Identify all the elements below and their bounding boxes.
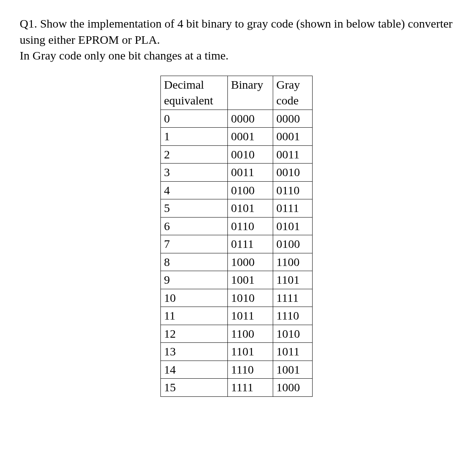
cell-decimal: 7: [161, 235, 228, 253]
cell-decimal: 15: [161, 379, 228, 397]
cell-binary: 1010: [228, 289, 273, 307]
table-row: 13 1101 1011: [161, 343, 313, 361]
cell-decimal: 1: [161, 128, 228, 146]
cell-gray: 0010: [273, 164, 313, 182]
cell-gray: 0110: [273, 181, 313, 199]
header-binary: Binary: [228, 76, 273, 110]
header-gray: Gray code: [273, 76, 313, 110]
table-body: 0 0000 0000 1 0001 0001 2 0010 0011 3 00…: [161, 110, 313, 396]
cell-decimal: 13: [161, 343, 228, 361]
cell-binary: 1111: [228, 379, 273, 397]
table-row: 3 0011 0010: [161, 164, 313, 182]
cell-decimal: 2: [161, 145, 228, 164]
table-row: 2 0010 0011: [161, 145, 313, 164]
table-row: 0 0000 0000: [161, 110, 313, 128]
cell-binary: 0001: [228, 128, 273, 146]
cell-decimal: 4: [161, 181, 228, 199]
table-header-row: Decimal equivalent Binary Gray code: [161, 76, 313, 110]
cell-binary: 1011: [228, 307, 273, 325]
cell-binary: 0100: [228, 181, 273, 199]
cell-gray: 0111: [273, 199, 313, 218]
table-row: 1 0001 0001: [161, 128, 313, 146]
cell-decimal: 0: [161, 110, 228, 128]
table-row: 9 1001 1101: [161, 271, 313, 289]
cell-decimal: 11: [161, 307, 228, 325]
cell-binary: 0000: [228, 110, 273, 128]
cell-decimal: 9: [161, 271, 228, 289]
header-decimal: Decimal equivalent: [161, 76, 228, 110]
cell-binary: 1110: [228, 361, 273, 379]
cell-gray: 0000: [273, 110, 313, 128]
cell-gray: 1001: [273, 361, 313, 379]
table-row: 6 0110 0101: [161, 217, 313, 235]
conversion-table: Decimal equivalent Binary Gray code 0 00…: [160, 76, 313, 397]
cell-binary: 0111: [228, 235, 273, 253]
question-line-1: Q1. Show the implementation of 4 bit bin…: [20, 17, 453, 46]
table-row: 10 1010 1111: [161, 289, 313, 307]
cell-binary: 0011: [228, 164, 273, 182]
cell-binary: 0101: [228, 199, 273, 218]
cell-gray: 1000: [273, 379, 313, 397]
table-row: 4 0100 0110: [161, 181, 313, 199]
cell-binary: 1000: [228, 253, 273, 271]
cell-decimal: 3: [161, 164, 228, 182]
cell-decimal: 14: [161, 361, 228, 379]
question-text: Q1. Show the implementation of 4 bit bin…: [20, 16, 453, 64]
table-row: 14 1110 1001: [161, 361, 313, 379]
cell-decimal: 6: [161, 217, 228, 235]
cell-binary: 1001: [228, 271, 273, 289]
cell-decimal: 5: [161, 199, 228, 218]
cell-binary: 1101: [228, 343, 273, 361]
table-row: 12 1100 1010: [161, 325, 313, 343]
table-row: 8 1000 1100: [161, 253, 313, 271]
cell-binary: 1100: [228, 325, 273, 343]
cell-gray: 1100: [273, 253, 313, 271]
cell-gray: 0101: [273, 217, 313, 235]
cell-gray: 1110: [273, 307, 313, 325]
table-row: 5 0101 0111: [161, 199, 313, 218]
cell-gray: 0100: [273, 235, 313, 253]
table-wrapper: Decimal equivalent Binary Gray code 0 00…: [20, 76, 453, 397]
table-row: 11 1011 1110: [161, 307, 313, 325]
cell-decimal: 8: [161, 253, 228, 271]
cell-binary: 0010: [228, 145, 273, 164]
question-line-2: In Gray code only one bit changes at a t…: [20, 49, 229, 62]
cell-decimal: 12: [161, 325, 228, 343]
cell-gray: 0011: [273, 145, 313, 164]
cell-gray: 1101: [273, 271, 313, 289]
cell-gray: 0001: [273, 128, 313, 146]
cell-gray: 1010: [273, 325, 313, 343]
table-row: 7 0111 0100: [161, 235, 313, 253]
cell-gray: 1111: [273, 289, 313, 307]
table-row: 15 1111 1000: [161, 379, 313, 397]
cell-gray: 1011: [273, 343, 313, 361]
cell-decimal: 10: [161, 289, 228, 307]
cell-binary: 0110: [228, 217, 273, 235]
